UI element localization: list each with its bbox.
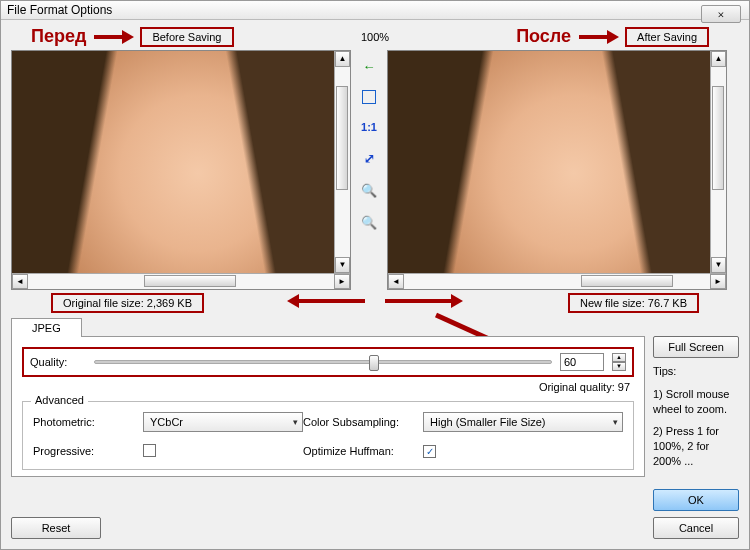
zoom-in-icon[interactable]: 🔍 xyxy=(359,182,379,200)
format-tabs: JPEG xyxy=(11,314,645,336)
options-left: JPEG Quality: 60 ▲ ▼ Original quality: 9… xyxy=(11,314,645,539)
progressive-checkbox[interactable] xyxy=(143,444,156,457)
advanced-legend: Advanced xyxy=(31,394,88,406)
before-image[interactable] xyxy=(12,51,350,273)
file-size-row: Original file size: 2,369 KB New file si… xyxy=(11,290,739,310)
preview-panes: ▲ ▼ ◄ ► ← 1:1 ⤢ 🔍 🔍 xyxy=(11,50,739,290)
zoom-out-icon[interactable]: 🔍 xyxy=(359,214,379,232)
scroll-down-icon[interactable]: ▼ xyxy=(711,257,726,273)
after-saving-label: After Saving xyxy=(625,27,709,47)
photometric-label: Photometric: xyxy=(33,416,143,428)
annotation-before: Перед xyxy=(31,26,86,47)
new-file-size-label: New file size: xyxy=(580,295,645,311)
tip-1: 1) Scroll mouse wheel to zoom. xyxy=(653,387,739,417)
scroll-down-icon[interactable]: ▼ xyxy=(335,257,350,273)
spinner-down-icon[interactable]: ▼ xyxy=(612,362,626,371)
reset-button[interactable]: Reset xyxy=(11,517,101,539)
one-to-one-icon[interactable]: 1:1 xyxy=(359,118,379,136)
spinner-up-icon[interactable]: ▲ xyxy=(612,353,626,362)
subsampling-combo[interactable]: High (Smaller File Size) xyxy=(423,412,623,432)
titlebar: File Format Options ⨉ xyxy=(1,1,749,20)
before-vscrollbar[interactable]: ▲ ▼ xyxy=(334,51,350,273)
after-vscroll-thumb[interactable] xyxy=(712,86,724,191)
scroll-up-icon[interactable]: ▲ xyxy=(711,51,726,67)
quality-row: Quality: 60 ▲ ▼ xyxy=(22,347,634,377)
new-file-size-value: 76.7 KB xyxy=(648,295,687,311)
close-icon: ⨉ xyxy=(718,8,724,20)
before-vscroll-thumb[interactable] xyxy=(336,86,348,191)
preview-labels-row: Перед Before Saving 100% После After Sav… xyxy=(11,26,739,48)
huffman-checkbox[interactable]: ✓ xyxy=(423,445,436,458)
arrow-right-icon xyxy=(579,32,619,42)
tab-jpeg[interactable]: JPEG xyxy=(11,318,82,337)
preview-area: Перед Before Saving 100% После After Sav… xyxy=(1,20,749,310)
after-preview-box[interactable]: ▲ ▼ ◄ ► xyxy=(387,50,727,290)
advanced-fieldset: Advanced Photometric: YCbCr Color Subsam… xyxy=(22,401,634,470)
right-column: Full Screen Tips: 1) Scroll mouse wheel … xyxy=(653,314,739,539)
photometric-combo[interactable]: YCbCr xyxy=(143,412,303,432)
original-file-size-label: Original file size: xyxy=(63,295,144,311)
file-size-arrows xyxy=(285,296,465,306)
quality-label: Quality: xyxy=(30,356,86,368)
before-preview-box[interactable]: ▲ ▼ ◄ ► xyxy=(11,50,351,290)
tips-header: Tips: xyxy=(653,364,739,379)
tips-block: Tips: 1) Scroll mouse wheel to zoom. 2) … xyxy=(653,364,739,477)
scroll-right-icon[interactable]: ► xyxy=(334,274,350,289)
annotation-after: После xyxy=(516,26,571,47)
preview-tools: ← 1:1 ⤢ 🔍 🔍 xyxy=(357,50,381,290)
before-hscroll-thumb[interactable] xyxy=(144,275,236,287)
fullscreen-button[interactable]: Full Screen xyxy=(653,336,739,358)
quality-slider-thumb[interactable] xyxy=(369,355,379,371)
scroll-left-icon[interactable]: ◄ xyxy=(12,274,28,289)
after-hscroll-thumb[interactable] xyxy=(581,275,673,287)
quality-slider[interactable] xyxy=(94,360,552,364)
quality-spinner[interactable]: ▲ ▼ xyxy=(612,353,626,371)
cancel-button[interactable]: Cancel xyxy=(653,517,739,539)
scroll-left-icon[interactable]: ◄ xyxy=(388,274,404,289)
zoom-percentage: 100% xyxy=(361,31,389,43)
before-preview-pane: ▲ ▼ ◄ ► xyxy=(11,50,351,290)
huffman-label: Optimize Huffman: xyxy=(303,445,423,457)
window-title: File Format Options xyxy=(7,3,112,17)
options-area: JPEG Quality: 60 ▲ ▼ Original quality: 9… xyxy=(1,310,749,549)
progressive-label: Progressive: xyxy=(33,445,143,457)
fit-window-icon[interactable] xyxy=(362,90,376,104)
arrow-right-icon xyxy=(94,32,134,42)
arrow-left-icon xyxy=(285,296,365,306)
fit-both-icon[interactable]: ⤢ xyxy=(359,150,379,168)
tip-2: 2) Press 1 for 100%, 2 for 200% ... xyxy=(653,424,739,469)
after-image[interactable] xyxy=(388,51,726,273)
scroll-up-icon[interactable]: ▲ xyxy=(335,51,350,67)
after-preview-pane: ▲ ▼ ◄ ► xyxy=(387,50,727,290)
subsampling-label: Color Subsampling: xyxy=(303,416,423,428)
after-hscrollbar[interactable]: ◄ ► xyxy=(388,273,726,289)
quality-input[interactable]: 60 xyxy=(560,353,604,371)
arrow-right-icon xyxy=(385,296,465,306)
scroll-right-icon[interactable]: ► xyxy=(710,274,726,289)
prev-image-icon[interactable]: ← xyxy=(359,58,379,76)
before-hscrollbar[interactable]: ◄ ► xyxy=(12,273,350,289)
file-format-options-dialog: File Format Options ⨉ Перед Before Savin… xyxy=(0,0,750,550)
ok-button[interactable]: OK xyxy=(653,489,739,511)
original-file-size-value: 2,369 KB xyxy=(147,295,192,311)
original-quality-text: Original quality: 97 xyxy=(22,377,634,393)
before-saving-label: Before Saving xyxy=(140,27,233,47)
after-vscrollbar[interactable]: ▲ ▼ xyxy=(710,51,726,273)
jpeg-options-panel: Quality: 60 ▲ ▼ Original quality: 97 Adv… xyxy=(11,336,645,477)
